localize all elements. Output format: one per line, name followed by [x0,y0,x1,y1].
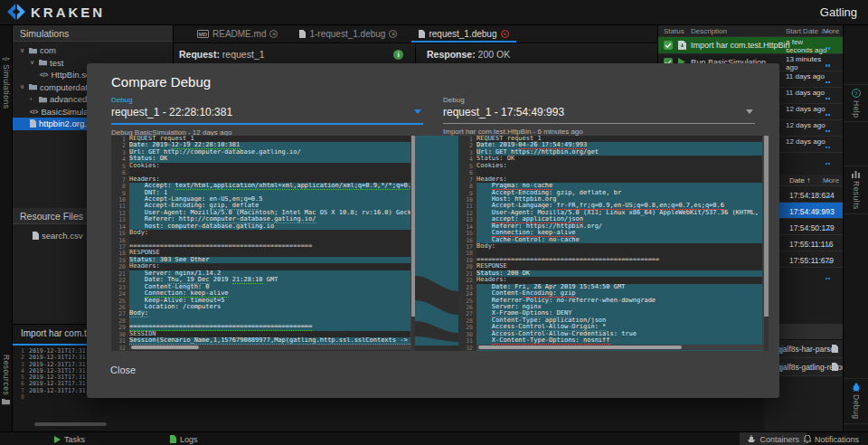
col-date[interactable]: Date ↑ [789,176,810,185]
code-line: 8 Accept: text/html,application/xhtml+xm… [111,183,410,189]
left-rail: </> Simulations Resources [0,25,13,431]
sidebar-item-label: com [40,45,56,55]
code-line: 21Status: 200 OK [458,270,762,277]
task-start-date: 12 days ago [786,138,827,147]
results-label: Results [852,181,861,210]
editor-tab-readme-md[interactable]: MDREADME.md× [186,25,288,43]
code-line: 4Status: OK [111,156,410,162]
left-hscrollbar [129,345,410,350]
code-line: 24 Connection: keep-alive [111,290,410,297]
code-icon: </> [30,109,38,115]
code-line: 9 Accept-Encoding: gzip, deflate, br [458,190,762,196]
bottom-bar: Tasks Logs Containers Notifications [0,431,868,445]
containers-tab-label: Containers [760,435,799,444]
code-line: 8 Pragma: no-cache [458,183,762,189]
select-caption: Import har com.test.HttpBin - 6 minutes … [443,128,755,136]
checkbox-checked-icon[interactable] [664,41,673,50]
play-icon [54,436,61,443]
markdown-icon: MD [197,30,209,38]
logs-tab-label: Logs [180,435,198,444]
right-vscrollbar [764,136,769,351]
more-menu-icon[interactable] [825,235,832,284]
modal-title: Compare Debug [111,74,211,90]
task-start-date: 13 minutes ago [786,56,827,71]
code-line: 27 X-Frame-Options: DENY [458,310,762,317]
help-icon: ? [852,89,861,98]
code-line: 10 Host: httpbin.org [458,196,762,203]
code-icon: </> [40,71,48,78]
editor-tab-1-request-1-debug[interactable]: 1-request_1.debug× [288,25,408,43]
task-row[interactable]: Import har com.test.HttpBina few seconds… [658,37,843,54]
code-line: 1REQUEST request_1 [111,136,410,142]
debug-select-right-value[interactable]: request_1 - 17:54:49:993 [443,106,755,118]
code-line: 6 [111,169,410,175]
editor-tab-request-1-debug[interactable]: request_1.debug× [408,25,519,43]
ship-icon [747,435,756,443]
top-bar: KRAKEN Gatling [0,0,868,25]
col-start-date[interactable]: Start Date ↓ [786,27,824,35]
status-checkbox[interactable] [664,41,673,50]
tasks-tab[interactable]: Tasks [47,432,92,445]
tasks-table-header: Status Description Start Date ↓ More [658,25,843,37]
code-line: 16 Cache-Control: no-cache [458,237,762,243]
tab-label: request_1.debug [429,29,496,39]
folder-icon [2,398,10,405]
debug-select-left-value[interactable]: request_1 - 22:28:10:381 [111,106,423,118]
chevron-down-icon[interactable]: ∨ [30,59,36,66]
col-description: Description [691,27,727,35]
folder-icon [29,47,37,54]
logs-tab[interactable]: Logs [163,432,205,445]
close-icon[interactable]: × [269,30,278,38]
sidebar-item-com[interactable]: ∨com [13,44,173,57]
code-line: 18RESPONSE [111,250,410,256]
code-line: 31Session(Scenario_Name,1,1576790889977,… [111,337,410,344]
scrollbar-thumb[interactable] [478,346,682,349]
rail-tab-simulations[interactable]: </> Simulations [0,52,12,112]
chevron-down-icon[interactable]: ∨ [20,83,26,90]
log-hscrollbar[interactable] [34,422,107,426]
debug-select-left: Debug request_1 - 22:28:10:381 Debug Bas… [111,96,423,137]
chevron-down-icon [746,109,753,114]
notifications-tab[interactable]: Notifications [797,432,866,445]
rail-tab-resources[interactable]: Resources [0,351,12,409]
bell-icon [804,435,811,443]
more-menu-icon[interactable] [825,120,832,169]
code-line: 2Date: 2019-12-19 22:28:10:381 [111,142,410,148]
info-icon[interactable]: i [393,50,403,60]
chevron-down-icon [414,109,421,114]
rail-tab-debug[interactable]: Debug [844,378,868,424]
code-line: 30SESSION [111,331,410,337]
simulations-panel-title: Simulations [13,25,173,42]
code-line: 26 Location: /computers [111,304,410,310]
tasks-tab-label: Tasks [64,435,85,444]
close-icon[interactable]: × [501,30,509,38]
task-start-date: a few seconds ago [786,39,827,54]
folder-icon [39,59,47,66]
bug-icon [852,383,861,392]
scrollbar-thumb[interactable] [764,136,769,317]
code-line: 31 X-Content-Type-Options: nosniff [458,337,762,344]
close-icon[interactable]: × [389,30,397,38]
chevron-down-icon[interactable]: ∨ [20,47,26,54]
resource-item-label: search.csv [42,231,82,241]
rail-tab-help[interactable]: ? Help [844,84,868,122]
chevron-right-icon[interactable]: › [30,96,36,102]
code-line: 5Cookies: [458,163,762,169]
select-underline [443,123,755,124]
help-label: Help [852,100,861,118]
file-icon [30,119,36,128]
close-button[interactable]: Close [101,360,145,380]
compare-debug-modal: Compare Debug Debug request_1 - 22:28:10… [87,63,779,398]
code-line: 20RESPONSE [458,263,762,270]
file-icon [832,345,838,353]
code-line: 9 DNT: 1 [111,190,410,196]
task-start-date: 12 days ago [786,106,827,114]
scrollbar-thumb[interactable] [131,346,199,349]
code-line: 28 [111,317,410,324]
code-line: 23 Date: Fri, 26 Apr 2019 15:54:50 GMT [458,284,762,290]
code-line: 18 [458,250,762,256]
code-line: 16 [111,237,410,243]
rail-tab-results[interactable]: Results [844,166,868,214]
code-line: 23 Content-Length: 0 [111,284,410,290]
task-start-date: 11 days ago [786,90,827,98]
